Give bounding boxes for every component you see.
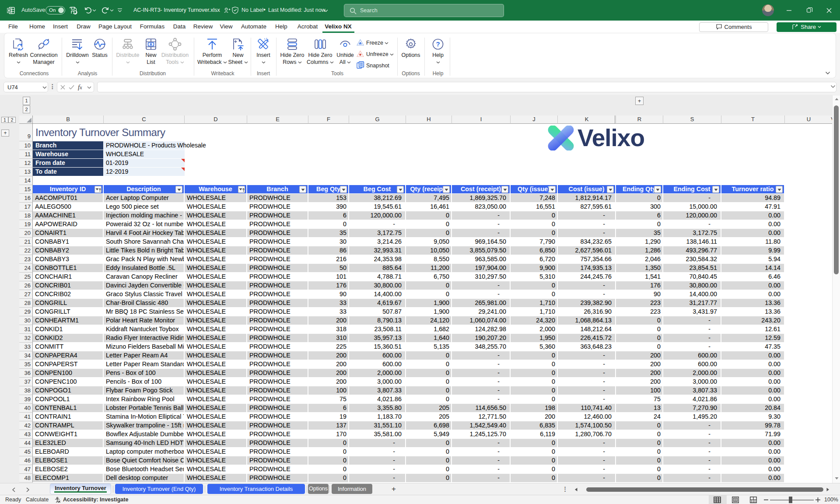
svg-text:?: ? [436,40,440,48]
